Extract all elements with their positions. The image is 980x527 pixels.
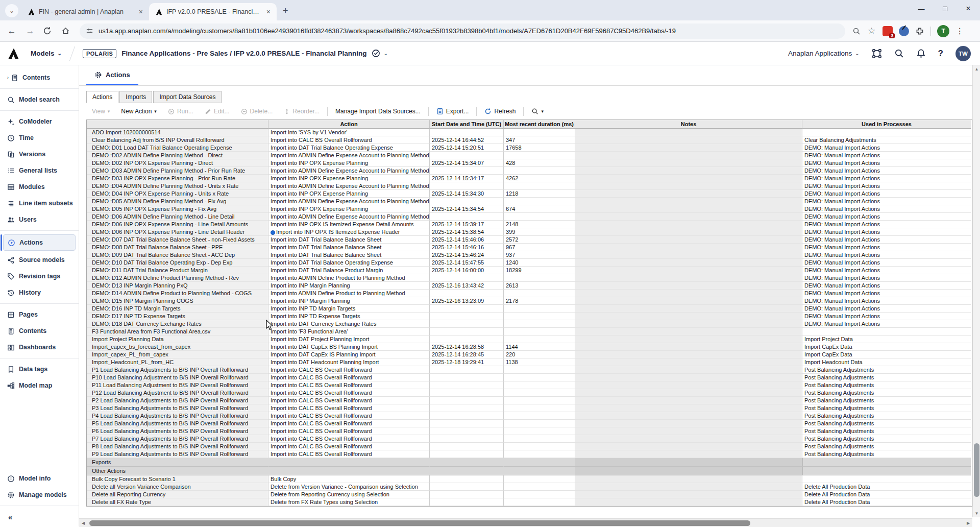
- view-button[interactable]: View▾: [86, 108, 115, 115]
- notes-cell[interactable]: [575, 336, 802, 343]
- duration-cell[interactable]: 220: [504, 351, 575, 358]
- used-in-processes-cell[interactable]: Post Balancing Adjustments: [802, 366, 971, 374]
- action-cell[interactable]: Import into 'SYS by V1 Vendor': [268, 129, 430, 136]
- action-name-cell[interactable]: DEMO: D03 INP OPX Expense Planning - Pri…: [87, 175, 268, 182]
- table-row[interactable]: DEMO: D01 Load DAT Trial Balance Operati…: [87, 144, 972, 152]
- duration-cell[interactable]: 1218: [504, 190, 575, 198]
- duration-cell[interactable]: [504, 491, 575, 498]
- table-row[interactable]: P3 Load Balancing Adjustments to B/S INP…: [87, 404, 972, 412]
- notes-cell[interactable]: [575, 228, 802, 236]
- table-row[interactable]: P11 Load Balancing Adjustment to B/S INP…: [87, 381, 972, 389]
- sidebar-item-pages[interactable]: Pages: [0, 306, 79, 323]
- used-in-processes-cell[interactable]: Import Project Data: [802, 336, 971, 343]
- start-date-cell[interactable]: [430, 381, 504, 389]
- table-row[interactable]: DEMO: D05 INP OPX Expense Planning - Fix…: [87, 205, 972, 213]
- notes-cell[interactable]: [575, 190, 802, 198]
- scroll-right-arrow[interactable]: ▶: [964, 521, 972, 525]
- extensions-puzzle-icon[interactable]: [915, 27, 924, 36]
- used-in-processes-cell[interactable]: DEMO: Manual Import Actions: [802, 244, 971, 251]
- action-name-cell[interactable]: DEMO: D14 ADMIN Define Product to Planni…: [87, 290, 268, 297]
- notes-cell[interactable]: [575, 467, 802, 475]
- start-date-cell[interactable]: 2025-12-14 16:00:00: [430, 267, 504, 274]
- tab-search-button[interactable]: ⌄: [5, 4, 18, 17]
- sidebar-item-modules[interactable]: Modules: [0, 179, 79, 195]
- duration-cell[interactable]: [504, 397, 575, 404]
- action-name-cell[interactable]: DEMO: D05 INP OPX Expense Planning - Fix…: [87, 205, 268, 213]
- notes-cell[interactable]: [575, 129, 802, 136]
- search-icon[interactable]: [894, 49, 904, 58]
- action-name-cell[interactable]: P7 Load Balancing Adjustments to B/S INP…: [87, 435, 268, 443]
- action-name-cell[interactable]: DEMO: D04 INP OPX Expense Planning - Uni…: [87, 190, 268, 198]
- action-name-cell[interactable]: DEMO: D02 INP OPX Expense Planning - Dir…: [87, 159, 268, 167]
- action-cell[interactable]: Import into DAT Trial Balance Balance Sh…: [268, 244, 430, 251]
- used-in-processes-cell[interactable]: [802, 467, 971, 475]
- duration-cell[interactable]: 2178: [504, 297, 575, 305]
- action-cell[interactable]: Import into CALC BS Overall Rollforward: [268, 435, 430, 443]
- start-date-cell[interactable]: [430, 389, 504, 397]
- action-name-cell[interactable]: Clear Balancing Adj from B/S INP Overall…: [87, 136, 268, 144]
- action-name-cell[interactable]: DEMO: D15 INP Margin Planning COGS: [87, 297, 268, 305]
- used-in-processes-cell[interactable]: Delete All Production Data: [802, 491, 971, 498]
- table-row[interactable]: DEMO: D12 ADMIN Define Product Planning …: [87, 274, 972, 282]
- sidebar-item-data-tags[interactable]: Data tags: [0, 361, 79, 377]
- action-name-cell[interactable]: DEMO: D09 DAT Trial Balance Balance Shee…: [87, 251, 268, 259]
- table-row[interactable]: DEMO: D07 DAT Trial Balance Balance Shee…: [87, 236, 972, 244]
- duration-cell[interactable]: [504, 450, 575, 458]
- notes-cell[interactable]: [575, 358, 802, 366]
- sidebar-item-revision-tags[interactable]: Revision tags: [0, 268, 79, 284]
- duration-cell[interactable]: [504, 404, 575, 412]
- table-row[interactable]: DEMO: D11 DAT Trial Balance Product Marg…: [87, 267, 972, 274]
- notes-cell[interactable]: [575, 443, 802, 450]
- action-cell[interactable]: Import into INP OPX Expense Planning: [268, 159, 430, 167]
- sidebar-item-actions[interactable]: Actions: [3, 234, 76, 251]
- start-date-cell[interactable]: [430, 498, 504, 506]
- start-date-cell[interactable]: [430, 198, 504, 205]
- notes-cell[interactable]: [575, 366, 802, 374]
- start-date-cell[interactable]: 2025-12-14 15:20:51: [430, 144, 504, 152]
- close-tab-icon[interactable]: ×: [265, 8, 272, 16]
- start-date-cell[interactable]: [430, 397, 504, 404]
- action-cell[interactable]: Import into DAT Trial Balance Product Ma…: [268, 267, 430, 274]
- export-button[interactable]: Export...: [431, 108, 475, 115]
- used-in-processes-cell[interactable]: DEMO: Manual Import Actions: [802, 290, 971, 297]
- notes-cell[interactable]: [575, 458, 802, 467]
- action-cell[interactable]: Import into CALC BS Overall Rollforward: [268, 397, 430, 404]
- expander-chevron-icon[interactable]: ›: [7, 75, 9, 80]
- used-in-processes-cell[interactable]: Post Balancing Adjustments: [802, 397, 971, 404]
- used-in-processes-cell[interactable]: [802, 458, 971, 467]
- home-icon[interactable]: [61, 27, 72, 35]
- table-row[interactable]: DEMO: D10 DAT Trial Balance Operating Ex…: [87, 259, 972, 267]
- notes-cell[interactable]: [575, 427, 802, 435]
- browser-tab-active[interactable]: IFP v2.0.0 PRESALE - Financial P ×: [149, 3, 277, 20]
- notes-cell[interactable]: [575, 290, 802, 297]
- action-name-cell[interactable]: DEMO :D05 ADMIN Define Planning Method -…: [87, 198, 268, 205]
- notes-cell[interactable]: [575, 251, 802, 259]
- used-in-processes-cell[interactable]: DEMO: Manual Import Actions: [802, 274, 971, 282]
- used-in-processes-cell[interactable]: DEMO: Manual Import Actions: [802, 167, 971, 175]
- sidebar-item-contents[interactable]: ›Contents: [0, 69, 79, 86]
- start-date-cell[interactable]: [430, 213, 504, 221]
- action-name-cell[interactable]: Exports: [87, 458, 268, 467]
- table-row[interactable]: DEMO: D09 DAT Trial Balance Balance Shee…: [87, 251, 972, 259]
- action-name-cell[interactable]: P4 Load Balancing Adjustments to B/S INP…: [87, 412, 268, 420]
- action-name-cell[interactable]: Other Actions: [87, 467, 268, 475]
- action-cell[interactable]: Import into DAT Currency Exchange Rates: [268, 320, 430, 328]
- action-name-cell[interactable]: P8 Load Balancing Adjustments to B/S INP…: [87, 443, 268, 450]
- used-in-processes-cell[interactable]: DEMO: Manual Import Actions: [802, 190, 971, 198]
- horizontal-scrollbar[interactable]: ◀ ▶: [79, 518, 972, 527]
- action-cell[interactable]: Import into DAT Trial Balance Operating …: [268, 144, 430, 152]
- table-row[interactable]: P4 Load Balancing Adjustments to B/S INP…: [87, 412, 972, 420]
- action-cell[interactable]: Import into DAT Trial Balance Operating …: [268, 259, 430, 267]
- notes-cell[interactable]: [575, 435, 802, 443]
- sidebar-item-source-models[interactable]: Source models: [0, 252, 79, 268]
- table-row[interactable]: DEMO :D06 ADMIN Define Planning Method -…: [87, 213, 972, 221]
- used-in-processes-cell[interactable]: Post Balancing Adjustments: [802, 435, 971, 443]
- zoom-page-icon[interactable]: [852, 27, 861, 35]
- start-date-cell[interactable]: 2025-12-16 13:43:42: [430, 282, 504, 290]
- used-in-processes-cell[interactable]: DEMO: Manual Import Actions: [802, 205, 971, 213]
- duration-cell[interactable]: 1138: [504, 358, 575, 366]
- table-row[interactable]: P8 Load Balancing Adjustments to B/S INP…: [87, 443, 972, 450]
- notes-cell[interactable]: [575, 498, 802, 506]
- sidebar-item-history[interactable]: History: [0, 284, 79, 301]
- notes-cell[interactable]: [575, 412, 802, 420]
